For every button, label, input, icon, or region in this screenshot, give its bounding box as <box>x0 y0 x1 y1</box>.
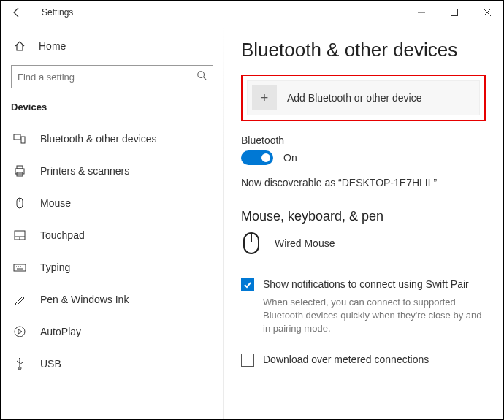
bluetooth-toggle[interactable] <box>241 150 273 165</box>
bluetooth-heading: Bluetooth <box>241 134 486 146</box>
window-title: Settings <box>42 7 73 18</box>
nav-touchpad[interactable]: Touchpad <box>1 219 224 251</box>
svg-line-3 <box>204 77 207 80</box>
nav-item-label: Touchpad <box>40 229 85 241</box>
home-icon <box>12 40 27 52</box>
nav-bluetooth-devices[interactable]: Bluetooth & other devices <box>1 123 224 155</box>
page-title: Bluetooth & other devices <box>241 39 486 61</box>
nav-printers-scanners[interactable]: Printers & scanners <box>1 155 224 187</box>
device-item[interactable]: Wired Mouse <box>241 232 486 255</box>
devices-group-heading: Mouse, keyboard, & pen <box>241 209 486 224</box>
swift-pair-checkbox[interactable] <box>241 278 254 291</box>
svg-rect-5 <box>21 137 25 143</box>
back-button[interactable] <box>7 2 27 23</box>
svg-point-2 <box>198 72 205 78</box>
metered-checkbox[interactable] <box>241 354 254 367</box>
nav-item-label: AutoPlay <box>40 326 81 337</box>
svg-rect-14 <box>14 264 26 271</box>
add-device-label: Add Bluetooth or other device <box>287 92 421 104</box>
svg-rect-7 <box>17 166 23 169</box>
discoverable-text: Now discoverable as “DESKTOP-1E7HLIL” <box>241 177 486 188</box>
mouse-device-icon <box>241 232 261 255</box>
touchpad-icon <box>12 228 27 243</box>
svg-point-20 <box>15 327 25 337</box>
devices-icon <box>12 131 27 146</box>
add-device-highlight: + Add Bluetooth or other device <box>241 75 486 121</box>
search-icon <box>196 70 207 83</box>
add-device-button[interactable]: + Add Bluetooth or other device <box>247 80 480 115</box>
nav-pen-ink[interactable]: Pen & Windows Ink <box>1 283 224 316</box>
nav-item-label: Mouse <box>40 197 71 209</box>
nav-usb[interactable]: USB <box>1 348 224 380</box>
svg-rect-4 <box>14 134 20 140</box>
nav-item-label: Typing <box>40 261 70 273</box>
nav-item-label: Pen & Windows Ink <box>40 294 129 305</box>
metered-label: Download over metered connections <box>263 354 429 365</box>
pen-icon <box>12 292 27 307</box>
nav-mouse[interactable]: Mouse <box>1 187 224 219</box>
nav-item-label: USB <box>40 358 61 370</box>
close-button[interactable] <box>470 1 503 23</box>
sidebar-section: Devices <box>1 97 224 123</box>
home-label: Home <box>39 40 66 52</box>
device-label: Wired Mouse <box>275 237 335 249</box>
swift-pair-help: When selected, you can connect to suppor… <box>263 296 486 336</box>
mouse-icon <box>12 196 27 210</box>
maximize-button[interactable] <box>438 1 470 23</box>
autoplay-icon <box>12 324 27 339</box>
usb-icon <box>12 356 27 371</box>
minimize-button[interactable] <box>405 1 438 23</box>
nav-typing[interactable]: Typing <box>1 251 224 283</box>
bluetooth-state: On <box>283 152 297 164</box>
plus-icon: + <box>252 85 277 110</box>
search-input[interactable] <box>11 65 213 88</box>
nav-item-label: Bluetooth & other devices <box>40 133 157 145</box>
swift-pair-label: Show notifications to connect using Swif… <box>263 278 469 290</box>
search-field[interactable] <box>18 72 196 83</box>
nav-item-label: Printers & scanners <box>40 165 129 177</box>
svg-rect-1 <box>451 9 457 16</box>
printer-icon <box>12 164 27 178</box>
home-link[interactable]: Home <box>1 31 224 61</box>
keyboard-icon <box>12 260 27 275</box>
nav-autoplay[interactable]: AutoPlay <box>1 316 224 348</box>
